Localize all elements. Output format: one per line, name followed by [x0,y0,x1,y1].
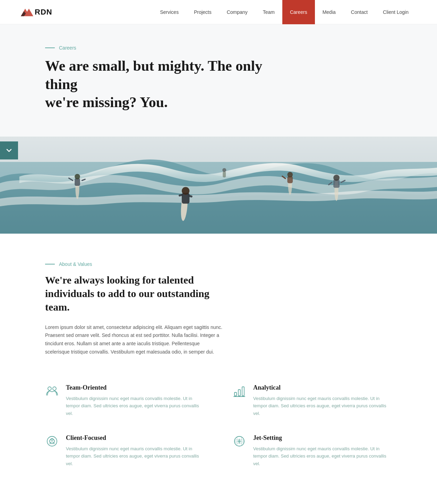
values-grid: Team-Oriented Vestibulum dignissim nunc … [45,384,392,468]
scroll-down-button[interactable] [0,141,18,159]
value-title-team: Team-Oriented [66,384,205,391]
values-section: Team-Oriented Vestibulum dignissim nunc … [0,377,437,495]
value-desc-analytical: Vestibulum dignissim nunc eget mauris co… [253,395,392,417]
nav-services[interactable]: Services [152,0,186,24]
about-label-text: About & Values [59,261,92,267]
hero-title: We are small, but mighty. The only thing… [45,57,288,112]
hero-image [0,137,437,234]
nav-company[interactable]: Company [219,0,255,24]
value-desc-jet: Vestibulum dignissim nunc eget mauris co… [253,445,392,467]
hero-section: Careers We are small, but mighty. The on… [0,24,437,137]
about-body-text: Lorem ipsum dolor sit amet, consectetur … [45,323,225,356]
about-label-line [45,264,55,264]
logo-text: RDN [35,8,52,17]
value-title-analytical: Analytical [253,384,392,391]
svg-point-26 [48,387,51,390]
nav-client-login[interactable]: Client Login [375,0,416,24]
about-title: We're always looking for talented indivi… [45,273,225,314]
chart-icon [232,384,246,398]
plane-icon [232,434,246,448]
value-analytical: Analytical Vestibulum dignissim nunc ege… [232,384,392,417]
nav-team[interactable]: Team [255,0,282,24]
value-title-jet: Jet-Setting [253,434,392,442]
nav-media[interactable]: Media [315,0,343,24]
value-client-focused: Client-Focused Vestibulum dignissim nunc… [45,434,205,467]
svg-point-27 [53,387,56,390]
value-desc-client: Vestibulum dignissim nunc eget mauris co… [66,445,205,467]
svg-rect-25 [0,137,437,234]
about-section-label: About & Values [45,261,392,267]
label-line [45,47,55,48]
careers-label-text: Careers [59,45,76,51]
focus-icon [45,434,59,448]
header: RDN Services Projects Company Team Caree… [0,0,437,24]
nav-projects[interactable]: Projects [186,0,219,24]
svg-point-32 [47,436,57,446]
team-icon [45,384,59,398]
svg-rect-28 [234,392,237,396]
svg-rect-29 [238,390,240,396]
value-desc-team: Vestibulum dignissim nunc eget mauris co… [66,395,205,417]
value-jet-setting: Jet-Setting Vestibulum dignissim nunc eg… [232,434,392,467]
nav-contact[interactable]: Contact [343,0,375,24]
logo[interactable]: RDN [21,7,52,17]
careers-section-label: Careers [45,45,392,51]
surf-scene-illustration [0,137,437,234]
value-team-oriented: Team-Oriented Vestibulum dignissim nunc … [45,384,205,417]
value-title-client: Client-Focused [66,434,205,442]
about-section: About & Values We're always looking for … [0,234,437,377]
svg-rect-30 [242,387,244,396]
nav-careers[interactable]: Careers [282,0,315,24]
main-nav: Services Projects Company Team Careers M… [152,0,416,24]
